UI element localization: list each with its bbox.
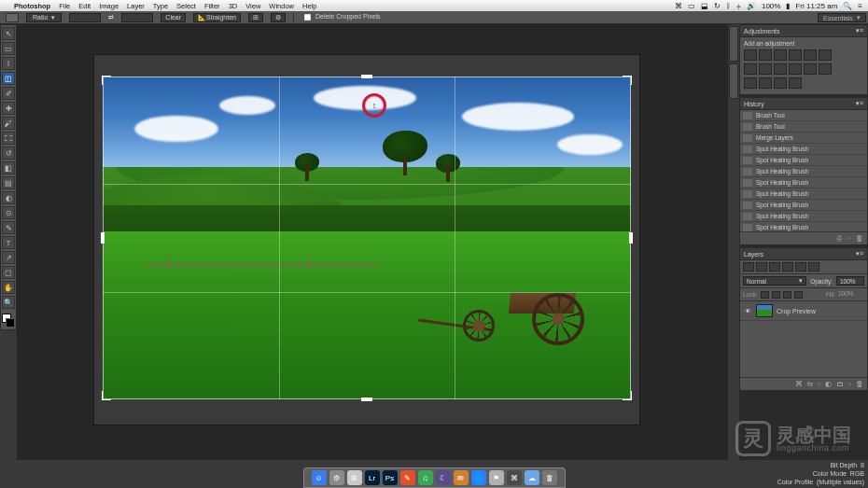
- adj-hue-icon[interactable]: [819, 49, 832, 61]
- layer-link-icon[interactable]: ⌘: [795, 380, 803, 388]
- history-snapshot-icon[interactable]: ⎙: [837, 234, 842, 243]
- lock-trans-icon[interactable]: [761, 291, 769, 299]
- camera-icon[interactable]: ⌘: [675, 2, 682, 10]
- document-image[interactable]: [103, 77, 631, 399]
- hand-tool[interactable]: ✋: [2, 281, 15, 294]
- adjustments-tab[interactable]: Adjustments: [744, 28, 780, 35]
- opacity-input[interactable]: 100%: [836, 276, 864, 286]
- gradient-tool[interactable]: ▤: [2, 176, 15, 189]
- history-item[interactable]: Spot Healing Brush: [740, 177, 867, 188]
- layer-thumb[interactable]: [756, 304, 773, 317]
- layer-filter-smart-icon[interactable]: [808, 262, 819, 272]
- dock-app-icon[interactable]: ⚑: [489, 470, 504, 485]
- path-tool[interactable]: ↗: [2, 251, 15, 264]
- lock-pixel-icon[interactable]: [772, 291, 780, 299]
- layer-filter-adj-icon[interactable]: [769, 262, 780, 272]
- panel-menu-icon[interactable]: ▾≡: [856, 27, 863, 35]
- ratio-dropdown[interactable]: Ratio▾: [26, 13, 62, 22]
- sync-icon[interactable]: ↻: [714, 2, 721, 10]
- history-item[interactable]: Spot Healing Brush: [740, 200, 867, 211]
- adj-exposure-icon[interactable]: [789, 49, 802, 61]
- pen-tool[interactable]: ✎: [2, 221, 15, 234]
- layers-tab[interactable]: Layers: [744, 251, 763, 258]
- menu-3d[interactable]: 3D: [229, 2, 238, 10]
- overlay-button[interactable]: ⊞: [248, 13, 263, 22]
- clear-button[interactable]: Clear: [161, 13, 186, 22]
- dock-app-icon[interactable]: 🗑: [542, 470, 557, 485]
- wifi-icon[interactable]: ⏚: [736, 2, 741, 10]
- menu-layer[interactable]: Layer: [127, 2, 145, 10]
- layer-name[interactable]: Crop Preview: [777, 308, 816, 314]
- dock-app-icon[interactable]: 🌐: [471, 470, 486, 485]
- dock-app-icon[interactable]: ⊞: [347, 470, 362, 485]
- straighten-button[interactable]: 📐 Straighten: [193, 13, 241, 22]
- history-item[interactable]: Spot Healing Brush: [740, 188, 867, 200]
- history-tab[interactable]: History: [744, 101, 764, 107]
- layer-mask-icon[interactable]: ▫: [818, 380, 820, 388]
- layer-group-icon[interactable]: 🗀: [836, 380, 844, 388]
- fill-input[interactable]: 100%: [838, 290, 864, 299]
- move-tool[interactable]: ↖: [2, 27, 15, 40]
- marquee-tool[interactable]: ▭: [2, 42, 15, 55]
- menu-help[interactable]: Help: [302, 2, 316, 10]
- spotlight-icon[interactable]: 🔍: [843, 2, 852, 10]
- panel-menu-icon[interactable]: ▾≡: [856, 100, 863, 107]
- history-item[interactable]: Spot Healing Brush: [740, 211, 867, 222]
- layer-trash-icon[interactable]: 🗑: [856, 380, 863, 388]
- adj-brightness-icon[interactable]: [744, 49, 757, 61]
- eraser-tool[interactable]: ◧: [2, 161, 15, 174]
- history-trash-icon[interactable]: 🗑: [856, 234, 863, 243]
- adj-invert-icon[interactable]: [804, 63, 817, 75]
- dock-app-icon[interactable]: Ps: [383, 470, 398, 485]
- swap-icon[interactable]: ⇄: [108, 14, 114, 21]
- adj-selcolor-icon[interactable]: [774, 77, 787, 89]
- layer-filter-pixel-icon[interactable]: [756, 262, 767, 272]
- menu-view[interactable]: View: [245, 2, 260, 10]
- ratio-height-input[interactable]: [121, 13, 153, 22]
- lasso-tool[interactable]: ⌇: [2, 57, 15, 70]
- history-item[interactable]: Merge Layers: [740, 132, 867, 144]
- history-item[interactable]: Spot Healing Brush: [740, 155, 867, 166]
- notification-icon[interactable]: ≡: [858, 2, 862, 10]
- battery-text[interactable]: 100%: [762, 2, 780, 10]
- visibility-icon[interactable]: 👁: [743, 308, 752, 314]
- shape-tool[interactable]: ▢: [2, 266, 15, 279]
- delete-cropped-checkbox[interactable]: Delete Cropped Pixels: [301, 11, 381, 23]
- history-item[interactable]: Brush Tool: [740, 110, 867, 121]
- eyedropper-tool[interactable]: ✐: [2, 87, 15, 100]
- layer-filter-shape-icon[interactable]: [795, 262, 806, 272]
- type-tool[interactable]: T: [2, 236, 15, 249]
- blend-mode-dropdown[interactable]: Normal▾: [743, 276, 806, 286]
- stamp-tool[interactable]: ⛶: [2, 132, 15, 145]
- dock-app-icon[interactable]: ☾: [436, 470, 451, 485]
- history-item[interactable]: Brush Tool: [740, 121, 867, 132]
- adj-gradmap-icon[interactable]: [759, 77, 772, 89]
- dock-app-icon[interactable]: ☺: [312, 470, 327, 485]
- dodge-tool[interactable]: ⊙: [2, 206, 15, 219]
- crop-tool-icon[interactable]: [6, 13, 19, 22]
- collapsed-panels[interactable]: [728, 24, 739, 460]
- dock-app-icon[interactable]: ✉: [454, 470, 469, 485]
- dock-app-icon[interactable]: ✎: [400, 470, 415, 485]
- crop-options-button[interactable]: ⚙: [271, 13, 286, 22]
- crop-tool[interactable]: ◫: [2, 72, 15, 85]
- adj-levels-icon[interactable]: [759, 49, 772, 61]
- layer-adj-icon[interactable]: ◐: [825, 380, 832, 388]
- volume-icon[interactable]: 🔊: [747, 2, 756, 10]
- app-name[interactable]: Photoshop: [14, 2, 50, 10]
- bluetooth-icon[interactable]: ᛒ: [726, 2, 731, 10]
- history-new-icon[interactable]: ▫: [847, 234, 850, 243]
- blur-tool[interactable]: ◐: [2, 191, 15, 204]
- brush-tool[interactable]: 🖌: [2, 117, 15, 130]
- adj-curves-icon[interactable]: [774, 49, 787, 61]
- zoom-tool[interactable]: 🔍: [2, 296, 15, 309]
- dock-app-icon[interactable]: ♫: [418, 470, 433, 485]
- menu-window[interactable]: Window: [269, 2, 294, 10]
- adj-mixer-icon[interactable]: [774, 63, 787, 75]
- clock[interactable]: Fri 11:25 am: [795, 2, 837, 10]
- adj-lookup-icon[interactable]: [789, 63, 802, 75]
- menu-file[interactable]: File: [59, 2, 70, 10]
- adj-thresh-icon[interactable]: [744, 77, 757, 89]
- background-color[interactable]: [6, 318, 15, 328]
- dock-app-icon[interactable]: ⚙: [329, 470, 344, 485]
